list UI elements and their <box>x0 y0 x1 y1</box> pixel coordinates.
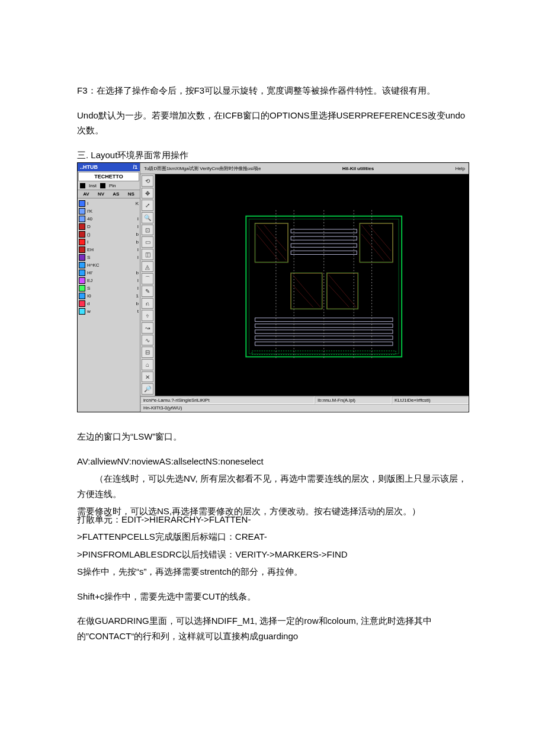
layer-label: H^KC <box>87 262 100 268</box>
tool-button[interactable]: ⊟ <box>142 347 153 358</box>
layer-swatch-icon <box>79 285 85 291</box>
layer-label-right: b <box>136 239 139 245</box>
paragraph-nv-tip: （在连线时，可以先选NV, 所有层次都看不见，再选中需要连线的层次，则版图上只显… <box>77 471 468 501</box>
tool-button[interactable]: ⤢ <box>142 200 153 211</box>
layer-row[interactable]: ()b <box>79 230 139 238</box>
layer-label-right: I <box>137 216 139 222</box>
layout-editor: To级D而图1kmXlMga试测 VerifyCm曲附时仲偷推osi项e Hil… <box>140 163 469 412</box>
tool-button[interactable]: ⟲ <box>142 175 153 187</box>
layer-row[interactable]: SI <box>79 254 139 261</box>
svg-line-34 <box>329 285 349 307</box>
tool-button[interactable]: ✎ <box>142 286 153 297</box>
svg-line-33 <box>329 275 356 307</box>
layer-swatch-icon <box>79 277 85 284</box>
tool-button[interactable]: ◫ <box>142 249 153 260</box>
lsw-category-row: Inst Pin <box>78 182 140 190</box>
lsw-as[interactable]: AS <box>113 191 119 197</box>
paragraph-lsw: 左边的窗口为“LSW”窗口。 <box>77 429 468 444</box>
layer-row[interactable]: SI <box>79 284 139 292</box>
layer-label-right: K <box>136 201 139 206</box>
layer-row[interactable]: I'K <box>79 207 139 215</box>
paragraph-guardring: 在做GUARDRING里面，可以选择NDIFF_M1, 选择一定的row和col… <box>77 613 468 643</box>
menubar-help[interactable]: Help <box>456 166 465 171</box>
layer-row[interactable]: EHI <box>79 246 139 254</box>
layout-canvas[interactable] <box>155 174 469 396</box>
menubar-left[interactable]: To级D而图1kmXlMga试测 VerifyCm曲附时仲偷推osi项e <box>144 165 261 172</box>
lsw-av[interactable]: AV <box>83 191 89 197</box>
paragraph-shiftc: Shift+c操作中，需要先选中需要CUT的线条。 <box>77 589 468 604</box>
tool-button[interactable]: ▭ <box>142 236 153 248</box>
layer-swatch-icon <box>79 239 85 245</box>
tool-button[interactable]: ✥ <box>142 188 153 199</box>
tool-button[interactable]: ⎌ <box>142 298 153 309</box>
section-title: 三. Layout环境界面常用操作 <box>77 148 468 163</box>
layer-label-right: I <box>137 278 139 283</box>
layer-swatch-icon <box>79 223 85 230</box>
layer-swatch-icon <box>79 300 85 307</box>
layer-label: S <box>87 255 90 260</box>
layer-label: HI' <box>87 270 93 276</box>
layer-label: I0 <box>87 293 91 299</box>
layer-row[interactable]: 40I <box>79 215 139 223</box>
layer-label-right: 1 <box>136 293 139 299</box>
tool-button[interactable]: 🔎 <box>142 383 153 395</box>
layer-swatch-icon <box>79 293 85 299</box>
svg-line-25 <box>257 225 287 261</box>
layer-row[interactable]: IK <box>79 200 139 207</box>
layer-swatch-icon <box>79 216 85 222</box>
layer-swatch-icon <box>79 200 85 207</box>
lsw-header: ..HTUB /1 <box>78 163 140 171</box>
lsw-title: TECHETTO <box>78 172 139 181</box>
status-cell-1: ircni*e-Lamu.?-riSingleSriLiKlPt <box>140 396 315 404</box>
layout-editor-screenshot: ..HTUB /1 TECHETTO Inst Pin AV NV AS NS … <box>77 162 469 412</box>
layer-swatch-icon <box>79 254 85 261</box>
layer-swatch-icon <box>79 246 85 253</box>
paragraph-s-op: S操作中，先按“s”，再选择需要strentch的部分，再拉伸。 <box>77 564 468 579</box>
layer-label-right: I <box>137 224 139 229</box>
tool-button[interactable]: ✕ <box>142 371 153 383</box>
tool-button[interactable]: ⎀ <box>142 310 153 321</box>
layer-row[interactable]: EJI <box>79 277 139 284</box>
layer-swatch-icon <box>79 270 85 276</box>
tool-button[interactable]: ◬ <box>142 261 153 273</box>
layer-label: S <box>87 286 90 291</box>
layer-row[interactable]: H^KC <box>79 261 139 269</box>
lsw-av-row: AV NV AS NS <box>78 190 140 198</box>
layer-label: EJ <box>87 278 92 283</box>
tool-button[interactable]: ⌂ <box>142 359 153 370</box>
layer-label-right: b <box>136 232 139 237</box>
menubar: To级D而图1kmXlMga试测 VerifyCm曲附时仲偷推osi项e Hil… <box>140 163 469 174</box>
tool-button[interactable]: ∿ <box>142 335 153 346</box>
svg-line-26 <box>257 234 279 260</box>
layer-label-right: b <box>136 270 139 276</box>
tool-button[interactable]: ↝ <box>142 322 153 334</box>
lsw-header-left: ..HTUB <box>80 164 98 170</box>
layer-swatch-icon <box>79 262 85 268</box>
tool-button[interactable]: ⊡ <box>142 225 153 236</box>
toolbar: ⟲✥⤢🔍⊡▭◫◬⌒✎⎌⎀↝∿⊟⌂✕🔎 <box>140 174 155 396</box>
lsw-cat-pin[interactable]: Pin <box>109 183 116 188</box>
layer-row[interactable]: db <box>79 300 139 307</box>
tool-button[interactable]: ⌒ <box>142 273 153 284</box>
layer-label: D <box>87 224 91 229</box>
tool-button[interactable]: 🔍 <box>142 212 153 223</box>
lsw-panel: ..HTUB /1 TECHETTO Inst Pin AV NV AS NS … <box>78 163 140 412</box>
layer-swatch-icon <box>79 208 85 214</box>
layer-label-right: b <box>136 301 139 306</box>
layer-row[interactable]: wt <box>79 307 139 315</box>
lsw-header-right: /1 <box>133 164 137 170</box>
lsw-nv[interactable]: NV <box>98 191 104 197</box>
lsw-cat-inst[interactable]: Inst <box>89 183 97 188</box>
layer-label: w <box>87 309 91 314</box>
paragraph-avnv: AV:allviewNV:noviewAS:allselectNS:nonese… <box>77 454 468 469</box>
layer-row[interactable]: Ib <box>79 238 139 246</box>
layer-row[interactable]: I01 <box>79 292 139 300</box>
menubar-mid[interactable]: Hil-Kil utilities <box>342 166 374 171</box>
checkbox-icon[interactable] <box>80 183 85 188</box>
layer-row[interactable]: DI <box>79 223 139 230</box>
layer-label: I'K <box>87 209 92 214</box>
layer-row[interactable]: HI'b <box>79 269 139 277</box>
lsw-ns[interactable]: NS <box>128 191 134 197</box>
layer-label-right: t <box>137 309 139 314</box>
checkbox-icon[interactable] <box>100 183 105 188</box>
